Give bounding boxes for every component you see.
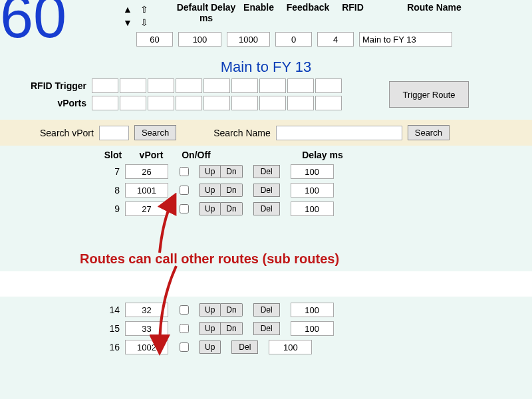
delay-input[interactable] — [291, 183, 334, 198]
onoff-checkbox[interactable] — [180, 204, 189, 213]
callout-text: Routes can call other routes (sub routes… — [80, 251, 339, 267]
search-vport-label: Search vPort — [40, 128, 94, 138]
col-slot: Slot — [100, 150, 126, 160]
vport-cell[interactable] — [148, 96, 174, 110]
dn-button[interactable]: Dn — [221, 202, 242, 215]
enable-input[interactable] — [227, 32, 270, 47]
vport-input[interactable] — [125, 340, 168, 354]
arrow-up-outline-icon[interactable]: ⇧ — [140, 4, 148, 15]
rfid-cell[interactable] — [231, 78, 258, 93]
gap — [0, 271, 532, 297]
up-button[interactable]: Up — [199, 165, 221, 178]
slot-number: 15 — [100, 323, 120, 334]
vport-cell[interactable] — [92, 96, 118, 110]
vport-input[interactable] — [125, 183, 168, 198]
del-button[interactable]: Del — [253, 165, 280, 178]
search-vport-button[interactable]: Search — [134, 125, 176, 140]
table-row: 7 UpDn Del — [100, 164, 349, 179]
rfid-cell[interactable] — [203, 78, 230, 93]
trigger-route-button[interactable]: Trigger Route — [389, 81, 469, 108]
onoff-checkbox[interactable] — [180, 324, 189, 333]
vport-cell[interactable] — [120, 96, 146, 110]
hdr-enable: Enable — [236, 2, 281, 23]
col-onoff: On/Off — [176, 150, 216, 160]
rfid-cell[interactable] — [176, 78, 202, 93]
up-button[interactable]: Up — [199, 202, 221, 215]
rfid-cell[interactable] — [287, 78, 314, 93]
up-button[interactable]: Up — [199, 303, 221, 317]
slot-number: 9 — [100, 203, 120, 214]
search-vport-input[interactable] — [99, 126, 129, 140]
default-delay-input[interactable] — [178, 32, 221, 47]
rfid-cell[interactable] — [92, 78, 118, 93]
table-row: 16 Up Del — [100, 340, 334, 354]
search-name-input[interactable] — [276, 126, 402, 140]
trigger-section: RFID Trigger vPorts — [20, 78, 343, 110]
dn-button[interactable]: Dn — [221, 322, 242, 335]
onoff-checkbox[interactable] — [180, 167, 189, 176]
col-vport: vPort — [126, 150, 176, 160]
feedback-input[interactable] — [275, 32, 312, 47]
dn-button[interactable]: Dn — [221, 184, 242, 197]
hdr-route-name: Route Name — [371, 2, 477, 23]
del-button[interactable]: Del — [231, 340, 258, 354]
up-button[interactable]: Up — [199, 340, 221, 354]
num-input[interactable] — [136, 32, 173, 47]
delay-input[interactable] — [291, 303, 334, 317]
del-button[interactable]: Del — [253, 322, 280, 335]
rfid-input[interactable] — [317, 32, 354, 47]
header-values — [136, 32, 452, 47]
vport-input[interactable] — [125, 201, 168, 216]
arrow-up-filled-icon[interactable]: ▲ — [123, 4, 132, 15]
rfid-cell[interactable] — [120, 78, 146, 93]
delay-input[interactable] — [269, 340, 312, 354]
rfid-cell[interactable] — [259, 78, 286, 93]
route-name-input[interactable] — [359, 32, 452, 47]
route-table-1: Slot vPort On/Off Delay ms 7 UpDn Del 8 … — [100, 150, 349, 220]
route-table-2: 14 UpDn Del 15 UpDn Del 16 Up Del — [100, 303, 334, 358]
dn-button[interactable]: Dn — [221, 303, 242, 317]
del-button[interactable]: Del — [253, 202, 280, 215]
vport-input[interactable] — [125, 321, 168, 336]
vport-cell[interactable] — [203, 96, 230, 110]
onoff-checkbox[interactable] — [180, 342, 189, 352]
del-button[interactable]: Del — [253, 303, 280, 317]
sort-arrows: ▲ ⇧ ▼ ⇩ — [123, 4, 148, 28]
route-title: Main to FY 13 — [0, 59, 532, 76]
vport-cell[interactable] — [259, 96, 286, 110]
table-row: 8 UpDn Del — [100, 183, 349, 198]
table-row: 14 UpDn Del — [100, 303, 334, 317]
dn-button[interactable]: Dn — [221, 165, 242, 178]
delay-input[interactable] — [291, 201, 334, 216]
search-name-button[interactable]: Search — [408, 125, 450, 140]
delay-input[interactable] — [291, 164, 334, 179]
arrow-down-filled-icon[interactable]: ▼ — [123, 17, 132, 28]
col-delay: Delay ms — [296, 150, 349, 160]
arrow-down-outline-icon[interactable]: ⇩ — [140, 17, 148, 28]
slot-number: 16 — [100, 342, 120, 352]
search-bar: Search vPort Search Search Name Search — [0, 120, 532, 146]
onoff-checkbox[interactable] — [180, 305, 189, 315]
del-button[interactable]: Del — [253, 184, 280, 197]
hdr-feedback: Feedback — [281, 2, 334, 23]
vport-cell[interactable] — [176, 96, 202, 110]
onoff-checkbox[interactable] — [180, 186, 189, 195]
vport-input[interactable] — [125, 303, 168, 317]
up-button[interactable]: Up — [199, 184, 221, 197]
slot-number: 8 — [100, 185, 120, 196]
header-labels: Default Delay ms Enable Feedback RFID Ro… — [176, 2, 477, 23]
vport-cell[interactable] — [231, 96, 258, 110]
rfid-cell[interactable] — [148, 78, 174, 93]
table-row: 15 UpDn Del — [100, 321, 334, 336]
vport-cell[interactable] — [287, 96, 314, 110]
vport-input[interactable] — [125, 164, 168, 179]
hdr-rfid: RFID — [334, 2, 371, 23]
up-button[interactable]: Up — [199, 322, 221, 335]
rfid-cell[interactable] — [315, 78, 342, 93]
delay-input[interactable] — [291, 321, 334, 336]
page-number: 60 — [0, 0, 66, 47]
hdr-default-delay: Default Delay ms — [176, 2, 236, 23]
vport-cell[interactable] — [315, 96, 342, 110]
slot-number: 7 — [100, 166, 120, 177]
rfid-trigger-label: RFID Trigger — [20, 80, 86, 91]
